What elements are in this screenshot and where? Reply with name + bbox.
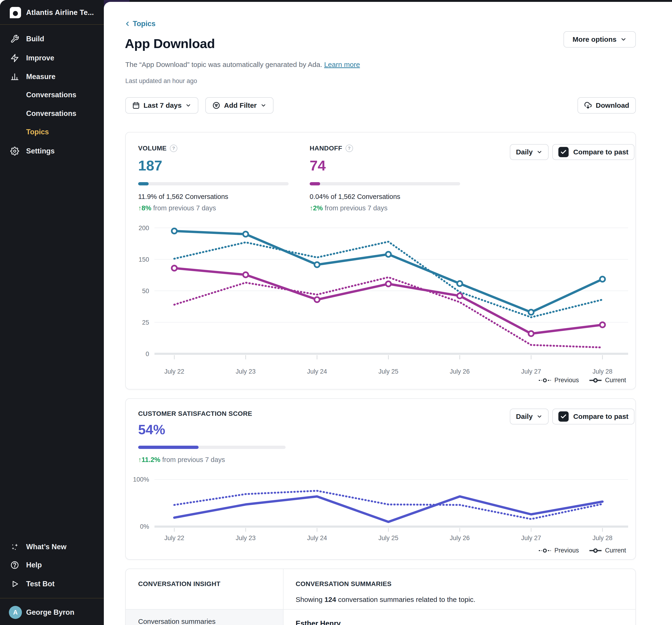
download-label: Download	[596, 101, 629, 109]
csat-progress-track	[138, 446, 286, 449]
more-options-button[interactable]: More options	[563, 31, 636, 48]
volume-handoff-card: 20015050250July 22July 23July 24July 25J…	[125, 132, 636, 390]
svg-text:July 28: July 28	[593, 368, 613, 375]
csat-interval-select[interactable]: Daily	[510, 408, 549, 424]
handoff-value: 74	[310, 157, 460, 174]
csat-delta: ↑11.2% from previous 7 days	[138, 456, 286, 464]
bar-chart-icon	[10, 72, 19, 81]
current-marker-icon	[589, 378, 602, 383]
sidebar-item-topics[interactable]: Topics	[0, 123, 104, 141]
svg-text:July 26: July 26	[450, 534, 470, 542]
showing-count: 124	[324, 596, 336, 603]
csat-interval-label: Daily	[516, 412, 533, 421]
legend-previous: Previous	[538, 377, 579, 384]
svg-text:July 28: July 28	[593, 534, 613, 542]
sidebar-item-label: Test Bot	[26, 580, 55, 588]
csat-delta-value: ↑11.2%	[138, 456, 160, 464]
sidebar-item-measure[interactable]: Measure	[0, 67, 104, 86]
chevron-left-icon	[124, 20, 131, 27]
csat-chart-legend: Previous Current	[538, 547, 626, 554]
workspace-switcher[interactable]: Atlantis Airline Te...	[0, 4, 104, 21]
app-window: Atlantis Airline Te... Build Improve Mea…	[0, 0, 672, 625]
summaries-panel-title: CONVERSATION SUMMARIES	[296, 580, 391, 588]
sidebar-item-conversations-2[interactable]: Conversations	[0, 104, 104, 123]
volume-label: VOLUME	[138, 145, 167, 152]
chevron-down-icon	[260, 102, 266, 108]
help-circle-icon	[10, 560, 19, 570]
svg-text:200: 200	[139, 225, 149, 231]
legend-current: Current	[589, 547, 626, 554]
sidebar-item-label: What’s New	[26, 543, 67, 551]
handoff-delta: ↑2% from previous 7 days	[310, 204, 460, 212]
avatar: A	[9, 606, 22, 619]
handoff-progress-fill	[310, 182, 320, 185]
sidebar-item-label: Conversations	[26, 109, 76, 118]
sidebar-item-test-bot[interactable]: Test Bot	[0, 575, 104, 593]
sidebar-item-label: Measure	[26, 73, 55, 81]
sidebar-item-whats-new[interactable]: What’s New	[0, 538, 104, 556]
interval-label: Daily	[516, 148, 533, 156]
volume-progress-track	[138, 182, 289, 185]
question-icon[interactable]: ?	[170, 145, 177, 152]
chevron-down-icon	[536, 149, 543, 155]
sidebar-item-improve[interactable]: Improve	[0, 49, 104, 67]
calendar-icon	[132, 102, 140, 109]
csat-label-row: CUSTOMER SATISFACTION SCORE	[138, 410, 286, 418]
column-divider	[283, 569, 284, 625]
download-button[interactable]: Download	[577, 97, 636, 114]
volume-delta-value: ↑8%	[138, 204, 151, 212]
sidebar-item-label: Build	[26, 35, 44, 43]
volume-stat: VOLUME ? 187 11.9% of 1,562 Conversation…	[138, 145, 289, 212]
svg-text:July 22: July 22	[164, 534, 184, 542]
svg-text:July 27: July 27	[521, 368, 541, 375]
date-range-button[interactable]: Last 7 days	[125, 97, 198, 114]
user-menu[interactable]: A George Byron	[0, 604, 104, 621]
breadcrumb-topics[interactable]: Topics	[124, 20, 155, 28]
add-filter-button[interactable]: Add Filter	[205, 97, 273, 114]
svg-text:July 23: July 23	[236, 534, 256, 542]
compare-to-past-toggle[interactable]: Compare to past	[552, 144, 634, 160]
summary-author: Esther Henry	[296, 619, 341, 625]
sidebar-item-label-active: Topics	[26, 128, 49, 136]
csat-delta-suffix: from previous 7 days	[160, 456, 225, 464]
description-text: The “App Download” topic was automatical…	[125, 60, 324, 68]
insight-item-label[interactable]: Conversation summaries	[138, 618, 216, 625]
interval-select[interactable]: Daily	[510, 144, 549, 160]
checkbox-checked-icon	[558, 147, 569, 157]
svg-text:0%: 0%	[140, 523, 149, 530]
svg-text:150: 150	[139, 256, 149, 263]
volume-share: 11.9% of 1,562 Conversations	[138, 193, 289, 201]
handoff-label-row: HANDOFF ?	[310, 145, 460, 152]
cloud-download-icon	[584, 101, 592, 109]
csat-value: 54%	[138, 422, 286, 437]
csat-compare-toggle[interactable]: Compare to past	[552, 408, 634, 424]
volume-progress-fill	[138, 182, 149, 185]
svg-text:July 25: July 25	[379, 534, 399, 542]
sidebar-item-conversations-1[interactable]: Conversations	[0, 85, 104, 104]
main-panel: Topics App Download The “App Download” t…	[104, 2, 672, 625]
legend-previous: Previous	[538, 547, 579, 554]
handoff-delta-value: ↑2%	[310, 204, 323, 212]
add-filter-label: Add Filter	[224, 101, 257, 109]
svg-text:July 22: July 22	[164, 368, 184, 375]
legend-current-label: Current	[605, 377, 626, 384]
chart-legend: Previous Current	[538, 377, 626, 384]
legend-current: Current	[589, 377, 626, 384]
chevron-down-icon	[620, 36, 627, 43]
more-options-label: More options	[573, 35, 617, 43]
csat-card: 100%0%July 22July 23July 24July 25July 2…	[125, 398, 636, 560]
sidebar-item-build[interactable]: Build	[0, 30, 104, 48]
csat-compare-label: Compare to past	[573, 412, 629, 421]
lightning-icon	[10, 54, 19, 62]
volume-label-row: VOLUME ?	[138, 145, 289, 152]
learn-more-link[interactable]: Learn more	[324, 60, 360, 68]
svg-text:July 23: July 23	[236, 368, 256, 375]
svg-text:July 25: July 25	[379, 368, 399, 375]
sidebar-item-settings[interactable]: Settings	[0, 142, 104, 160]
ada-logo-icon	[9, 6, 22, 19]
volume-delta-suffix: from previous 7 days	[151, 204, 216, 212]
sidebar-item-help[interactable]: Help	[0, 556, 104, 574]
question-icon[interactable]: ?	[345, 145, 353, 152]
svg-text:25: 25	[142, 319, 149, 326]
current-marker-icon	[589, 548, 602, 553]
